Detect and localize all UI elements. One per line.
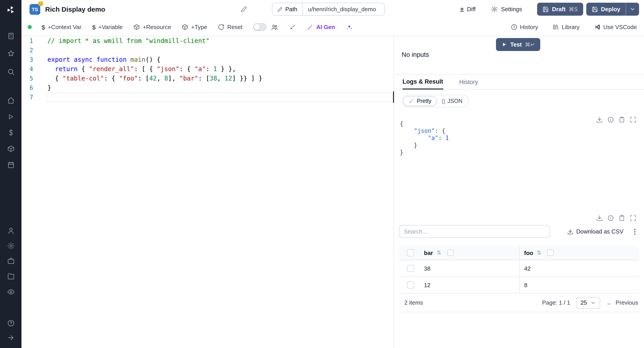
home-icon[interactable]	[4, 94, 17, 106]
row-checkbox[interactable]	[407, 265, 414, 272]
download-icon[interactable]	[596, 215, 603, 222]
folders-icon[interactable]	[4, 270, 17, 282]
favorites-star-icon[interactable]	[4, 47, 17, 60]
windmill-logo[interactable]	[4, 4, 17, 16]
dollar-icon: $	[92, 24, 96, 31]
left-sidebar	[0, 0, 22, 348]
reset-button[interactable]: Reset	[218, 24, 242, 30]
audit-eye-icon[interactable]	[4, 286, 17, 298]
json-line: }	[400, 142, 449, 149]
tab-logs-result[interactable]: Logs & Result	[402, 75, 443, 90]
previous-page-button[interactable]: ← Previous	[606, 299, 638, 306]
table-search-input[interactable]	[399, 225, 550, 238]
sort-icon[interactable]: ⇅	[436, 250, 441, 256]
expand-icon[interactable]	[630, 215, 636, 222]
code-lines[interactable]: // import * as wmill from "windmill-clie…	[48, 36, 393, 102]
copy-clipboard-icon[interactable]	[618, 215, 625, 222]
line-number: 3	[22, 55, 33, 64]
download-icon[interactable]	[596, 116, 603, 123]
deploy-options-chevron[interactable]	[626, 3, 639, 16]
table-row: 3842	[399, 260, 639, 277]
table-menu-kebab-icon[interactable]: ⋮	[632, 228, 638, 235]
variables-dollar-icon[interactable]	[4, 126, 17, 139]
resources-package-icon[interactable]	[4, 142, 17, 155]
ai-gen-button[interactable]: AI Gen	[307, 24, 335, 30]
code-line: return { "render_all": [ { "json": { "a"…	[48, 64, 393, 74]
info-icon[interactable]	[607, 215, 614, 222]
download-icon	[567, 228, 573, 234]
runs-play-icon[interactable]	[4, 110, 17, 123]
table-row: 128	[399, 277, 639, 294]
download-csv-button[interactable]: Download as CSV	[567, 228, 624, 235]
add-resource-button[interactable]: +Resource	[133, 24, 171, 30]
code-editor[interactable]: 1234567 // import * as wmill from "windm…	[22, 36, 394, 348]
play-icon	[501, 42, 507, 48]
table-cell: 8	[519, 277, 639, 293]
chevron-down-icon	[630, 6, 636, 12]
code-line	[48, 92, 393, 102]
copy-clipboard-icon[interactable]	[618, 116, 625, 123]
deploy-button[interactable]: Deploy	[586, 3, 626, 16]
expand-icon[interactable]	[630, 116, 636, 123]
json-line: "a": 1	[400, 135, 449, 142]
table-cell: 12	[420, 277, 519, 293]
gear-icon	[491, 6, 498, 12]
edit-summary-pencil-icon[interactable]	[240, 6, 247, 12]
pretty-toggle[interactable]: Pretty	[403, 96, 437, 106]
add-variable-button[interactable]: $ +Variable	[92, 24, 122, 31]
top-bar: TS 🙂 Rich Display demo Path u/henri/rich…	[22, 0, 644, 18]
use-vscode-button[interactable]: Use VSCode	[594, 24, 637, 30]
workspace-briefcase-icon[interactable]	[4, 254, 17, 267]
script-path[interactable]: u/henri/rich_display_demo	[303, 3, 384, 15]
help-icon[interactable]	[4, 317, 17, 329]
column-header-bar[interactable]: bar	[424, 249, 433, 256]
diff-mode-toggle[interactable]	[253, 23, 266, 31]
expand-sidebar-arrow-icon[interactable]	[4, 332, 17, 344]
table-cell: 42	[519, 260, 639, 276]
workers-user-icon[interactable]	[4, 224, 17, 236]
json-line: {	[400, 120, 449, 128]
result-view-toggle: Pretty {} JSON	[402, 95, 469, 107]
arrow-left-icon: ←	[606, 299, 612, 306]
diff-icon: ±	[460, 6, 464, 12]
tab-history[interactable]: History	[459, 75, 478, 89]
result-tabs: Logs & Result History	[394, 74, 644, 90]
history-button[interactable]: History	[510, 24, 538, 30]
column-header-foo[interactable]: foo	[524, 249, 533, 256]
info-icon[interactable]	[607, 116, 614, 123]
schedules-calendar-icon[interactable]	[4, 158, 17, 171]
items-count: 2 items	[404, 299, 423, 306]
deploy-button-group: Deploy	[586, 3, 639, 16]
table-cell: 38	[420, 260, 519, 276]
row-checkbox[interactable]	[407, 281, 414, 288]
add-context-var-button[interactable]: $ +Context Var	[42, 24, 82, 31]
line-number: 5	[22, 74, 33, 83]
apps-icon[interactable]	[4, 30, 17, 42]
settings-button[interactable]: Settings	[487, 3, 526, 16]
sparkles-icon[interactable]	[346, 24, 353, 31]
page-title: Rich Display demo	[45, 5, 105, 13]
column-filter-box[interactable]	[548, 250, 554, 256]
format-brush-icon[interactable]	[289, 24, 296, 31]
dollar-icon: $	[42, 24, 45, 31]
test-button[interactable]: Test ⌘↵	[496, 38, 540, 51]
path-control: Path u/henri/rich_display_demo	[272, 3, 384, 16]
column-filter-box[interactable]	[448, 250, 454, 256]
search-icon[interactable]	[4, 65, 17, 78]
add-type-button[interactable]: +Type	[182, 24, 207, 30]
json-toggle[interactable]: {} JSON	[437, 96, 467, 106]
multiplayer-users-icon[interactable]	[271, 24, 278, 31]
typescript-badge: TS 🙂	[30, 4, 40, 14]
library-button[interactable]: Library	[552, 24, 580, 30]
windmill-app: TS 🙂 Rich Display demo Path u/henri/rich…	[0, 0, 644, 348]
settings-gear-icon[interactable]	[4, 239, 17, 252]
sort-icon[interactable]: ⇅	[537, 250, 541, 256]
draft-button[interactable]: Draft ⌘S	[537, 3, 583, 16]
select-all-checkbox[interactable]	[407, 249, 414, 256]
no-inputs-label: No inputs	[402, 51, 429, 58]
save-icon	[543, 6, 549, 12]
diff-button[interactable]: ± Diff	[456, 3, 480, 16]
page-size-select[interactable]: 25	[576, 297, 600, 308]
path-edit-button[interactable]: Path	[272, 3, 303, 15]
reset-rotate-icon	[218, 24, 224, 30]
